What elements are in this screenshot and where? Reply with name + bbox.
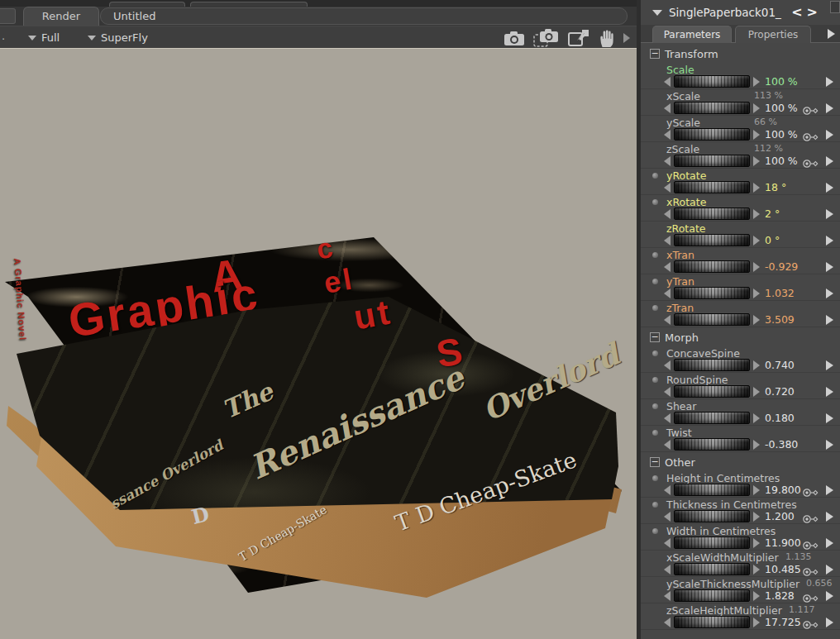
- dial-increment-arrow[interactable]: [753, 440, 760, 450]
- dial-decrement-arrow[interactable]: [664, 77, 671, 87]
- param-value[interactable]: 18 °: [765, 181, 786, 193]
- dial-drum[interactable]: [674, 75, 750, 88]
- param-menu-arrow[interactable]: [826, 538, 833, 548]
- render-camera-icon[interactable]: [503, 29, 526, 47]
- param-menu-arrow[interactable]: [826, 103, 833, 113]
- collapse-caret-icon[interactable]: [652, 10, 662, 16]
- dial-increment-arrow[interactable]: [753, 360, 760, 370]
- param-value[interactable]: 0.740: [765, 359, 795, 371]
- collapse-section-button[interactable]: −: [650, 49, 660, 59]
- dial-drum[interactable]: [674, 589, 750, 602]
- display-mode-dropdown[interactable]: Full: [28, 26, 60, 49]
- param-menu-arrow[interactable]: [826, 236, 833, 246]
- dial-increment-arrow[interactable]: [753, 236, 760, 246]
- param-value[interactable]: 1.828: [765, 589, 795, 602]
- animation-dot-indicator[interactable]: [652, 305, 658, 311]
- dial-drum[interactable]: [674, 536, 750, 549]
- panel-corner-partial-button[interactable]: [830, 1, 840, 13]
- dial-increment-arrow[interactable]: [753, 413, 760, 423]
- dial-increment-arrow[interactable]: [753, 130, 760, 140]
- collapse-section-button[interactable]: −: [650, 457, 660, 467]
- dial-decrement-arrow[interactable]: [664, 512, 671, 522]
- dial-drum[interactable]: [674, 385, 750, 398]
- dial-increment-arrow[interactable]: [753, 289, 760, 298]
- dial-drum[interactable]: [674, 313, 750, 326]
- dial-increment-arrow[interactable]: [753, 591, 760, 601]
- param-menu-arrow[interactable]: [826, 440, 833, 450]
- dial-drum[interactable]: [674, 207, 750, 220]
- dial-decrement-arrow[interactable]: [664, 262, 671, 272]
- param-menu-arrow[interactable]: [826, 183, 833, 193]
- dial-decrement-arrow[interactable]: [664, 236, 671, 246]
- dial-decrement-arrow[interactable]: [664, 538, 671, 548]
- animation-dot-indicator[interactable]: [652, 252, 658, 258]
- dial-decrement-arrow[interactable]: [664, 130, 671, 140]
- param-value[interactable]: 0.720: [765, 385, 795, 398]
- animation-dot-indicator[interactable]: [652, 350, 658, 356]
- dial-decrement-arrow[interactable]: [664, 565, 671, 575]
- param-value[interactable]: 19.800: [765, 484, 801, 496]
- dial-drum[interactable]: [674, 616, 750, 628]
- param-menu-arrow[interactable]: [826, 130, 833, 140]
- param-menu-arrow[interactable]: [826, 565, 833, 575]
- render-viewport[interactable]: A Graphic A Graphic Novel The Renaissanc…: [0, 48, 637, 639]
- param-menu-arrow[interactable]: [826, 618, 833, 627]
- param-value[interactable]: 2 °: [765, 207, 780, 220]
- dial-decrement-arrow[interactable]: [664, 315, 671, 325]
- dial-increment-arrow[interactable]: [753, 315, 760, 325]
- dial-decrement-arrow[interactable]: [664, 103, 671, 113]
- dial-increment-arrow[interactable]: [753, 209, 760, 219]
- panel-tabs-overflow-arrow-icon[interactable]: [828, 29, 835, 39]
- export-render-icon[interactable]: [567, 29, 590, 47]
- dial-increment-arrow[interactable]: [753, 156, 760, 166]
- param-value[interactable]: 100 %: [765, 155, 798, 167]
- dial-drum[interactable]: [674, 563, 750, 575]
- dial-increment-arrow[interactable]: [753, 77, 760, 87]
- dial-drum[interactable]: [674, 128, 750, 141]
- animation-dot-indicator[interactable]: [652, 279, 658, 284]
- dial-decrement-arrow[interactable]: [664, 485, 671, 495]
- dial-decrement-arrow[interactable]: [664, 360, 671, 370]
- dial-drum[interactable]: [674, 484, 750, 496]
- dial-drum[interactable]: [674, 510, 750, 522]
- dial-drum[interactable]: [674, 234, 750, 246]
- next-object-button[interactable]: >: [807, 4, 822, 20]
- param-menu-arrow[interactable]: [826, 485, 833, 495]
- dial-drum[interactable]: [674, 102, 750, 114]
- dial-drum[interactable]: [674, 412, 750, 424]
- param-value[interactable]: 17.725: [765, 616, 801, 628]
- dial-decrement-arrow[interactable]: [664, 183, 671, 193]
- param-menu-arrow[interactable]: [826, 413, 833, 423]
- dial-increment-arrow[interactable]: [753, 262, 760, 272]
- key-link-icon[interactable]: [802, 618, 820, 633]
- dial-decrement-arrow[interactable]: [664, 591, 671, 601]
- dial-increment-arrow[interactable]: [753, 538, 760, 548]
- param-value[interactable]: 0.180: [765, 412, 795, 424]
- param-value[interactable]: 100 %: [765, 75, 798, 88]
- param-value[interactable]: -0.380: [765, 438, 798, 451]
- toolbar-overflow-arrow-icon[interactable]: [623, 33, 630, 43]
- param-menu-arrow[interactable]: [826, 512, 833, 522]
- tab-document-untitled[interactable]: Untitled: [100, 7, 628, 25]
- param-menu-arrow[interactable]: [826, 289, 833, 298]
- animation-dot-indicator[interactable]: [652, 528, 658, 534]
- param-value[interactable]: 1.200: [765, 510, 795, 522]
- param-menu-arrow[interactable]: [826, 387, 833, 397]
- param-menu-arrow[interactable]: [826, 156, 833, 166]
- animation-dot-indicator[interactable]: [652, 502, 658, 508]
- param-value[interactable]: 0 °: [765, 234, 780, 246]
- left-tab-stub[interactable]: [0, 8, 16, 24]
- dial-drum[interactable]: [674, 155, 750, 167]
- dial-decrement-arrow[interactable]: [664, 440, 671, 450]
- dial-increment-arrow[interactable]: [753, 512, 760, 522]
- animation-dot-indicator[interactable]: [652, 430, 658, 436]
- param-value[interactable]: 100 %: [765, 102, 798, 114]
- param-value[interactable]: -0.929: [765, 260, 798, 273]
- param-menu-arrow[interactable]: [826, 262, 833, 272]
- dial-drum[interactable]: [674, 287, 750, 299]
- dial-increment-arrow[interactable]: [753, 565, 760, 575]
- dial-increment-arrow[interactable]: [753, 103, 760, 113]
- param-menu-arrow[interactable]: [826, 360, 833, 370]
- area-render-camera-icon[interactable]: [533, 28, 560, 48]
- dial-increment-arrow[interactable]: [753, 618, 760, 627]
